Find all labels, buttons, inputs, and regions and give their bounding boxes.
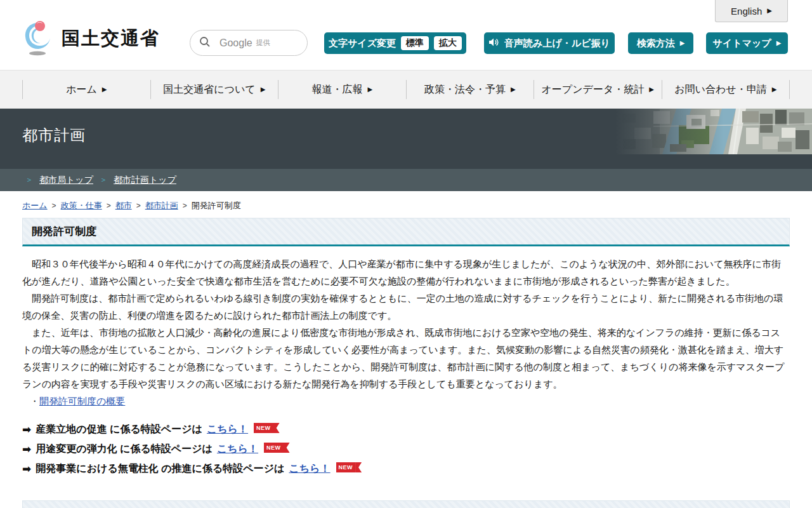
- arrow-right-icon: ➡: [22, 443, 31, 456]
- new-badge: NEW: [336, 462, 362, 472]
- arrow-right-icon: ➡: [22, 423, 31, 436]
- mlit-logo-icon: [21, 19, 55, 58]
- breadcrumb-separator: >: [136, 201, 141, 210]
- font-size-large-button[interactable]: 拡大: [434, 36, 462, 50]
- chevron-icon: ＞: [100, 175, 107, 185]
- chevron-right-icon: ▶: [767, 8, 772, 14]
- paragraph: 開発許可制度は、都市計画で定められるいわゆる線引き制度の実効を確保するとともに、…: [22, 290, 790, 324]
- font-size-standard-button[interactable]: 標準: [401, 36, 429, 50]
- sitemap-label: サイトマップ: [713, 37, 771, 50]
- font-size-label: 文字サイズ変更: [329, 37, 396, 50]
- new-badge-tail: [284, 443, 290, 453]
- chevron-right-icon: ▶: [649, 86, 654, 93]
- list-item: ➡ 開発事業における無電柱化 の推進に係る特設ページは こちら！ NEW: [22, 461, 790, 476]
- breadcrumb-policy[interactable]: 政策・仕事: [61, 200, 102, 211]
- new-badge: NEW: [264, 443, 290, 453]
- chevron-right-icon: ▶: [261, 86, 266, 93]
- special-page-list: ➡ 産業立地の促進 に係る特設ページは こちら！ NEW ➡ 用途変更の弾力化 …: [22, 422, 790, 476]
- font-size-control: 文字サイズ変更 標準 拡大: [324, 32, 466, 54]
- paragraph: また、近年は、市街地の拡散と人口減少・高齢化の進展により低密度な市街地が形成され…: [22, 324, 790, 392]
- english-button[interactable]: English ▶: [715, 0, 788, 22]
- list-item: ➡ 産業立地の促進 に係る特設ページは こちら！ NEW: [22, 422, 790, 437]
- aerial-city-photo: [615, 109, 812, 154]
- breadcrumb-separator: >: [107, 201, 111, 210]
- use-change-flexibility-link[interactable]: こちら！: [217, 443, 258, 456]
- mlit-logo[interactable]: 国土交通省: [21, 19, 160, 58]
- sitemap-button[interactable]: サイトマップ ▶: [706, 32, 788, 54]
- speaker-icon: [488, 37, 499, 49]
- bullet-icon: ・: [30, 396, 39, 406]
- breadcrumb-separator: >: [183, 201, 187, 210]
- new-badge: NEW: [254, 423, 280, 433]
- page-title: 都市計画: [22, 125, 86, 145]
- nav-item-contact[interactable]: お問い合わせ・申請 ▶: [662, 70, 790, 109]
- nav-item-label: 政策・法令・予算: [424, 83, 506, 97]
- breadcrumb: ホーム > 政策・仕事 > 都市 > 都市計画 > 開発許可制度: [22, 200, 790, 211]
- nav-item-about-mlit[interactable]: 国土交通省について ▶: [151, 70, 278, 109]
- speech-readout-button[interactable]: 音声読み上げ・ルビ振り: [484, 32, 615, 54]
- special-page-text: 用途変更の弾力化 に係る特設ページは: [36, 443, 213, 456]
- nav-item-label: お問い合わせ・申請: [674, 83, 767, 97]
- nav-item-label: 報道・広報: [311, 83, 362, 97]
- new-badge-label: NEW: [336, 462, 356, 472]
- hero-sub-links: ＞ 都市局トップ ＞ 都市計画トップ: [0, 169, 812, 191]
- breadcrumb-city-planning[interactable]: 都市計画: [145, 200, 178, 211]
- chevron-right-icon: ▶: [772, 86, 777, 93]
- toshi-bureau-top-link[interactable]: 都市局トップ: [39, 175, 93, 186]
- nav-item-policy[interactable]: 政策・法令・予算 ▶: [407, 70, 534, 109]
- page: English ▶ 国土交通省 Goo: [0, 0, 812, 508]
- body-text: 昭和３０年代後半から昭和４０年代にかけての高度経済成長の過程で、人口や産業が都市…: [22, 255, 790, 410]
- speech-readout-label: 音声読み上げ・ルビ振り: [504, 37, 610, 50]
- arrow-right-icon: ➡: [22, 462, 31, 476]
- search-placeholder: Google: [219, 37, 252, 49]
- breadcrumb-current: 開発許可制度: [192, 200, 241, 211]
- search-provider-label: 提供: [256, 38, 270, 48]
- site-search-input[interactable]: Google 提供: [190, 30, 308, 56]
- global-nav: ホーム ▶ 国土交通省について ▶ 報道・広報 ▶ 政策・法令・予算 ▶ オープ…: [0, 70, 812, 109]
- section-heading-operation-guideline: 開発許可制度運用指針: [22, 500, 790, 508]
- english-label: English: [731, 6, 762, 17]
- nav-item-press[interactable]: 報道・広報 ▶: [278, 70, 406, 109]
- nav-divider: [789, 80, 790, 99]
- chevron-right-icon: ▶: [511, 86, 516, 93]
- chevron-right-icon: ▶: [776, 40, 782, 46]
- nav-item-label: 国土交通省について: [163, 83, 256, 97]
- new-badge-tail: [273, 423, 280, 433]
- new-badge-label: NEW: [264, 443, 284, 453]
- breadcrumb-separator: >: [52, 201, 56, 210]
- chevron-right-icon: ▶: [102, 86, 107, 93]
- nav-item-home[interactable]: ホーム ▶: [23, 70, 150, 109]
- chevron-icon: ＞: [25, 175, 33, 185]
- new-badge-label: NEW: [254, 423, 273, 433]
- industrial-location-link[interactable]: こちら！: [207, 423, 248, 436]
- chevron-right-icon: ▶: [367, 86, 372, 93]
- overview-link-line: ・開発許可制度の概要: [22, 392, 790, 410]
- special-page-text: 産業立地の促進 に係る特設ページは: [36, 423, 202, 436]
- special-page-text: 開発事業における無電柱化 の推進に係る特設ページは: [36, 462, 284, 476]
- city-planning-top-link[interactable]: 都市計画トップ: [114, 175, 176, 186]
- hero-band: 都市計画 ＞ 都市局トップ ＞ 都市計画トップ: [0, 109, 812, 191]
- chevron-right-icon: ▶: [680, 40, 685, 46]
- top-header: English ▶ 国土交通省 Goo: [0, 0, 812, 70]
- breadcrumb-toshi[interactable]: 都市: [115, 200, 132, 211]
- undergrounding-link[interactable]: こちら！: [289, 462, 330, 476]
- search-method-button[interactable]: 検索方法 ▶: [628, 32, 693, 54]
- search-icon: [199, 36, 211, 50]
- new-badge-tail: [355, 462, 362, 472]
- breadcrumb-home[interactable]: ホーム: [22, 200, 48, 211]
- main-content: ホーム > 政策・仕事 > 都市 > 都市計画 > 開発許可制度 開発許可制度 …: [0, 200, 812, 508]
- paragraph: 昭和３０年代後半から昭和４０年代にかけての高度経済成長の過程で、人口や産業が都市…: [22, 255, 790, 290]
- list-item: ➡ 用途変更の弾力化 に係る特設ページは こちら！ NEW: [22, 441, 790, 457]
- site-title: 国土交通省: [62, 26, 160, 51]
- search-method-label: 検索方法: [637, 37, 675, 50]
- nav-item-open-data[interactable]: オープンデータ・統計 ▶: [534, 70, 662, 109]
- development-permit-overview-link[interactable]: 開発許可制度の概要: [39, 396, 125, 406]
- nav-item-label: オープンデータ・統計: [541, 83, 644, 97]
- section-heading-development-permit: 開発許可制度: [22, 218, 790, 246]
- nav-item-label: ホーム: [66, 83, 97, 97]
